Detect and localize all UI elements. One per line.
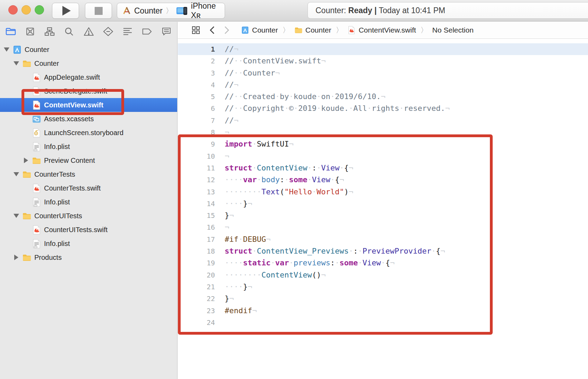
code-text: ¬ — [225, 223, 229, 231]
tree-row[interactable]: CounterTests — [0, 167, 177, 181]
line-number: 24 — [178, 317, 215, 328]
tree-row[interactable]: Products — [0, 250, 177, 264]
breadcrumb-separator-icon: 〉 — [283, 25, 290, 35]
code-line[interactable]: 9import·SwiftUI¬ — [178, 138, 588, 150]
code-line[interactable]: 5//··Created·by·koude·on·2019/6/10.¬ — [178, 91, 588, 103]
code-line[interactable]: 22}¬ — [178, 293, 588, 305]
test-navigator-icon[interactable] — [103, 26, 113, 37]
play-icon — [62, 6, 71, 16]
plist-file-icon — [32, 142, 41, 151]
related-items-icon[interactable] — [192, 26, 200, 35]
symbol-navigator-icon[interactable] — [44, 26, 55, 37]
disclosure-triangle-icon[interactable] — [22, 158, 30, 163]
run-button[interactable] — [52, 3, 79, 19]
code-line[interactable]: 4//¬ — [178, 79, 588, 91]
minimize-window-button[interactable] — [21, 5, 31, 15]
code-text: #endif¬ — [225, 306, 257, 315]
disclosure-triangle-icon[interactable] — [3, 47, 10, 52]
status-time: Today at 10:41 PM — [377, 6, 445, 15]
code-line[interactable]: 24 — [178, 317, 588, 328]
tree-row[interactable]: Counter — [0, 56, 177, 70]
tree-item-label: LaunchScreen.storyboard — [44, 129, 123, 137]
code-line[interactable]: 13········Text("Hello·World")¬ — [178, 186, 588, 198]
activity-status: Counter: Ready | Today at 10:41 PM — [308, 2, 588, 19]
disclosure-triangle-icon[interactable] — [12, 172, 20, 176]
tree-item-label: CounterUITests.swift — [44, 226, 107, 234]
code-line[interactable]: 2//··ContentView.swift¬ — [178, 55, 588, 67]
xcode-scheme-icon — [122, 6, 131, 15]
issue-navigator-icon[interactable] — [84, 26, 94, 37]
tree-row[interactable]: CounterUITests.swift — [0, 223, 177, 237]
tree-row[interactable]: CounterUITests — [0, 209, 177, 223]
find-navigator-icon[interactable] — [64, 26, 74, 37]
tree-item-label: SceneDelegate.swift — [44, 87, 107, 95]
breadcrumb-separator-icon: 〉 — [336, 25, 343, 35]
report-navigator-icon[interactable] — [161, 26, 172, 37]
line-number: 1 — [178, 43, 215, 55]
line-number: 2 — [178, 55, 215, 67]
close-window-button[interactable] — [8, 5, 18, 15]
code-line[interactable]: 20········ContentView()¬ — [178, 269, 588, 281]
code-line[interactable]: 15}¬ — [178, 210, 588, 221]
tree-row[interactable]: SceneDelegate.swift — [0, 84, 177, 98]
code-line[interactable]: 6//··Copyright·©·2019·koude.·All·rights·… — [178, 103, 588, 114]
tree-item-label: Info.plist — [44, 240, 70, 248]
breadcrumb-item[interactable]: Counter — [294, 26, 331, 34]
source-control-navigator-icon[interactable] — [25, 26, 35, 37]
scheme-selector[interactable]: Counter 〉 iPhone Xʀ — [117, 3, 225, 19]
status-state: Ready | — [348, 6, 377, 15]
code-line[interactable]: 12····var·body:·some·View·{¬ — [178, 174, 588, 186]
tree-row[interactable]: Info.plist — [0, 237, 177, 250]
tree-row-selected[interactable]: ContentView.swift — [0, 98, 177, 112]
debug-navigator-icon[interactable] — [122, 26, 133, 37]
line-number: 8 — [178, 126, 215, 138]
tree-item-label: CounterTests — [34, 170, 75, 178]
line-number: 16 — [178, 221, 215, 233]
tree-row[interactable]: LaunchScreen.storyboard — [0, 126, 177, 140]
go-forward-button[interactable] — [224, 26, 230, 35]
disclosure-triangle-icon[interactable] — [12, 214, 20, 218]
code-line[interactable]: 16¬ — [178, 221, 588, 233]
tree-row[interactable]: Info.plist — [0, 140, 177, 153]
disclosure-triangle-icon[interactable] — [12, 61, 20, 65]
code-line[interactable]: 21····}¬ — [178, 281, 588, 293]
tree-row[interactable]: Preview Content — [0, 153, 177, 167]
tree-item-label: Info.plist — [44, 198, 70, 206]
tree-row[interactable]: Counter — [0, 43, 177, 56]
code-line[interactable]: 8¬ — [178, 126, 588, 138]
breadcrumb-item[interactable]: ContentView.swift — [347, 26, 416, 34]
code-line[interactable]: 23#endif¬ — [178, 305, 588, 317]
code-line[interactable]: 14····}¬ — [178, 198, 588, 210]
breakpoint-navigator-icon[interactable] — [142, 26, 152, 37]
zoom-window-button[interactable] — [35, 5, 44, 15]
project-navigator-icon[interactable] — [6, 26, 16, 37]
code-text: #if·DEBUG¬ — [225, 235, 270, 244]
folder-file-icon — [22, 253, 32, 262]
line-number: 4 — [178, 79, 215, 91]
code-line[interactable]: 1//¬ — [178, 43, 588, 55]
tree-row[interactable]: Info.plist — [0, 195, 177, 209]
go-back-button[interactable] — [209, 26, 215, 35]
code-line[interactable]: 18struct·ContentView_Previews·:·PreviewP… — [178, 245, 588, 257]
folder-file-icon — [22, 59, 32, 68]
tree-item-label: Counter — [34, 60, 59, 68]
code-line[interactable]: 19····static·var·previews:·some·View·{¬ — [178, 257, 588, 269]
source-code-editor[interactable]: 1//¬2//··ContentView.swift¬3//··Counter¬… — [178, 39, 588, 328]
plist-file-icon — [32, 197, 41, 207]
tree-row[interactable]: AppDelegate.swift — [0, 70, 177, 84]
breadcrumb-item[interactable]: Counter — [241, 26, 278, 34]
code-line[interactable]: 10¬ — [178, 150, 588, 162]
chevron-right-icon: 〉 — [166, 6, 173, 16]
code-line[interactable]: 11struct·ContentView·:·View·{¬ — [178, 162, 588, 174]
tree-row[interactable]: Assets.xcassets — [0, 112, 177, 126]
tree-row[interactable]: CounterTests.swift — [0, 181, 177, 195]
code-line[interactable]: 3//··Counter¬ — [178, 67, 588, 79]
disclosure-triangle-icon[interactable] — [12, 255, 20, 260]
jump-bar: Counter〉Counter〉ContentView.swift〉No Sel… — [178, 22, 588, 39]
line-number: 3 — [178, 67, 215, 79]
code-line[interactable]: 17#if·DEBUG¬ — [178, 233, 588, 245]
breadcrumb-item[interactable]: No Selection — [432, 26, 474, 34]
code-line[interactable]: 7//¬ — [178, 115, 588, 126]
stop-button[interactable] — [85, 3, 112, 19]
folder-file-icon — [22, 211, 32, 221]
